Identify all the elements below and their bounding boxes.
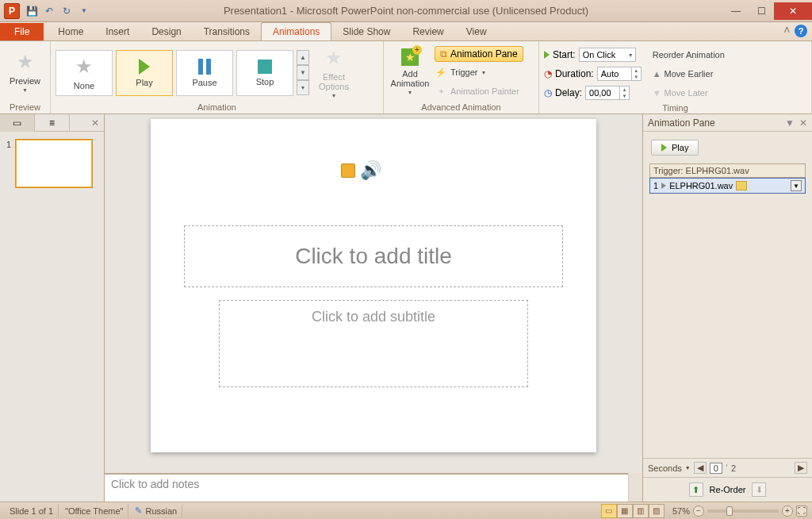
item-menu-icon[interactable]: ▼ xyxy=(791,180,802,191)
subtitle-placeholder[interactable]: Click to add subtitle xyxy=(219,300,528,387)
tab-home[interactable]: Home xyxy=(47,23,94,40)
reading-view-button[interactable]: ▥ xyxy=(633,504,649,518)
slides-icon: ▭ xyxy=(13,117,21,129)
delay-icon: ◷ xyxy=(544,87,552,98)
minimize-ribbon-icon[interactable]: ᐱ xyxy=(784,25,790,34)
timeline-footer: Seconds ▼ ◀ 0 ˈ 2 ▶ xyxy=(643,458,812,477)
pane-play-label: Play xyxy=(672,143,688,152)
timeline-prev[interactable]: ◀ xyxy=(694,462,707,474)
gallery-more[interactable]: ▾ xyxy=(297,80,309,95)
spin-down[interactable]: ▼ xyxy=(619,93,629,99)
animation-item[interactable]: 1 ELPHRG01.wav ▼ xyxy=(649,178,806,194)
anim-none-label: None xyxy=(74,81,94,90)
tab-transitions[interactable]: Transitions xyxy=(193,23,261,40)
gallery-up[interactable]: ▲ xyxy=(297,50,309,65)
tab-design[interactable]: Design xyxy=(140,23,192,40)
duration-spinner[interactable]: Auto ▲▼ xyxy=(597,67,642,81)
slideshow-view-button[interactable]: ▨ xyxy=(649,504,665,518)
close-button[interactable]: ✕ xyxy=(774,2,812,20)
maximize-button[interactable]: ☐ xyxy=(749,2,774,20)
reorder-up-button[interactable]: ⬆ xyxy=(689,482,703,497)
animation-pane-button[interactable]: ⧉ Animation Pane xyxy=(435,46,523,62)
tab-animations[interactable]: Animations xyxy=(261,22,331,40)
group-label-animation: Animation xyxy=(56,101,378,112)
chevron-down-icon[interactable]: ▼ xyxy=(685,465,691,471)
zoom-thumb[interactable] xyxy=(726,506,733,516)
duration-icon: ◔ xyxy=(544,68,552,79)
window-title: Presentation1 - Microsoft PowerPoint non… xyxy=(224,5,588,17)
reorder-down-button: ⬇ xyxy=(752,482,766,497)
anim-stop-label: Stop xyxy=(256,77,274,86)
stop-icon xyxy=(258,60,272,74)
spin-up[interactable]: ▲ xyxy=(631,67,641,74)
anim-pause-label: Pause xyxy=(192,78,216,87)
anim-none[interactable]: ★ None xyxy=(56,50,113,96)
gallery-scroll: ▲ ▼ ▾ xyxy=(297,50,309,95)
undo-icon[interactable]: ↶ xyxy=(41,3,57,19)
trigger-button[interactable]: ⚡ Trigger ▼ xyxy=(435,63,523,81)
animation-painter-button: ✦ Animation Painter xyxy=(435,83,523,100)
pane-menu-icon[interactable]: ▼ xyxy=(785,117,795,129)
normal-view-button[interactable]: ▭ xyxy=(601,504,617,518)
spin-down[interactable]: ▼ xyxy=(631,74,641,80)
spellcheck-icon: ✎ xyxy=(135,506,142,516)
notes-field[interactable]: Click to add notes xyxy=(105,473,628,502)
qat-more-icon[interactable]: ▼ xyxy=(76,3,92,19)
status-language-label: Russian xyxy=(145,506,177,516)
timeline-mark: 2 xyxy=(731,463,736,473)
pane-icon: ⧉ xyxy=(440,48,447,60)
move-later-label: Move Later xyxy=(665,88,708,98)
slide[interactable]: 🔊 Click to add title Click to add subtit… xyxy=(151,119,596,452)
add-animation-label: Add Animation xyxy=(391,69,430,88)
help-icon[interactable]: ? xyxy=(795,25,807,37)
chevron-down-icon: ▼ xyxy=(481,70,486,75)
slide-thumbnail[interactable]: 1 xyxy=(6,140,98,187)
title-placeholder[interactable]: Click to add title xyxy=(184,225,563,287)
redo-icon[interactable]: ↻ xyxy=(59,3,75,19)
save-icon[interactable]: 💾 xyxy=(24,3,40,19)
slide-canvas-area[interactable]: 🔊 Click to add title Click to add subtit… xyxy=(105,114,642,473)
media-action-icon[interactable] xyxy=(341,163,355,178)
slides-tab[interactable]: ▭ xyxy=(0,114,35,132)
preview-button[interactable]: ★ Preview ▼ xyxy=(5,44,45,98)
tab-review[interactable]: Review xyxy=(401,23,454,40)
window-controls: — ☐ ✕ xyxy=(723,2,812,20)
zoom-slider[interactable] xyxy=(707,509,779,513)
duration-label: Duration: xyxy=(555,68,594,79)
tab-insert[interactable]: Insert xyxy=(94,23,140,40)
tab-file[interactable]: File xyxy=(0,23,44,40)
minimize-button[interactable]: — xyxy=(723,2,749,20)
animation-pane: Animation Pane ▼ ✕ Play Trigger: ELPHRG0… xyxy=(642,114,812,502)
move-earlier-label: Move Earlier xyxy=(665,69,714,79)
timeline-next[interactable]: ▶ xyxy=(795,462,807,474)
animation-pane-title: Animation Pane xyxy=(648,117,715,129)
anim-pause[interactable]: Pause xyxy=(176,50,233,96)
delay-spinner[interactable]: 00,00 ▲▼ xyxy=(585,86,630,100)
chevron-down-icon: ▼ xyxy=(22,87,28,93)
tab-view[interactable]: View xyxy=(455,23,498,40)
speaker-icon[interactable]: 🔊 xyxy=(360,160,381,181)
sorter-view-button[interactable]: ▦ xyxy=(617,504,633,518)
start-combo[interactable]: On Click ▼ xyxy=(579,48,636,62)
move-earlier-button[interactable]: ▲ Move Earlier xyxy=(653,65,725,83)
gallery-down[interactable]: ▼ xyxy=(297,65,309,80)
tab-slideshow[interactable]: Slide Show xyxy=(331,23,401,40)
anim-play[interactable]: Play xyxy=(116,50,173,96)
quick-access-toolbar: 💾 ↶ ↻ ▼ xyxy=(24,3,92,19)
zoom-value[interactable]: 57% xyxy=(672,506,690,516)
outline-tab[interactable]: ≡ xyxy=(35,114,70,132)
pane-close-icon[interactable]: ✕ xyxy=(799,117,807,129)
spin-up[interactable]: ▲ xyxy=(619,86,629,93)
timeline-cur: 0 xyxy=(710,463,722,474)
down-icon: ▼ xyxy=(653,88,661,98)
add-animation-button[interactable]: Add Animation ▼ xyxy=(389,44,431,98)
notes-scrollbar[interactable] xyxy=(628,473,642,502)
pane-play-button[interactable]: Play xyxy=(651,140,699,156)
play-effect-icon xyxy=(661,183,666,189)
zoom-out-button[interactable]: − xyxy=(693,506,704,517)
fit-to-window-button[interactable]: ⛶ xyxy=(796,506,807,517)
zoom-in-button[interactable]: + xyxy=(782,506,793,517)
panel-close-icon[interactable]: ✕ xyxy=(86,117,104,129)
anim-stop[interactable]: Stop xyxy=(236,50,293,96)
status-language[interactable]: ✎ Russian xyxy=(130,504,182,518)
